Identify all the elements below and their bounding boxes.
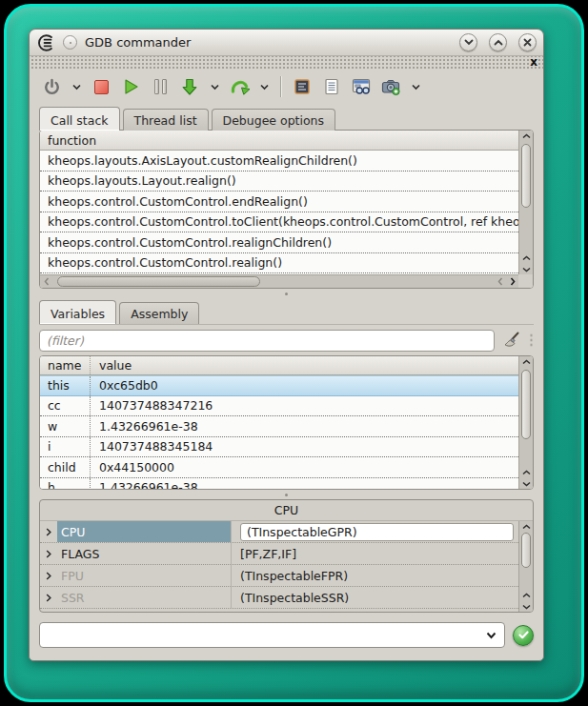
- run-button[interactable]: [120, 76, 141, 97]
- column-header-value[interactable]: value: [90, 356, 518, 374]
- scrollbar-track[interactable]: [53, 275, 495, 288]
- scroll-up-button[interactable]: [519, 131, 533, 142]
- variables-header-row[interactable]: name value: [40, 356, 518, 375]
- power-icon: [43, 78, 61, 96]
- stop-button[interactable]: [91, 76, 112, 97]
- scroll-up-button[interactable]: [519, 467, 533, 478]
- tab-debugee-options[interactable]: Debugee options: [212, 109, 336, 131]
- scrollbar-track[interactable]: [519, 368, 533, 467]
- tab-variables[interactable]: Variables: [39, 300, 116, 324]
- step-over-dropdown-button[interactable]: [258, 76, 270, 97]
- scroll-down-button[interactable]: [519, 601, 533, 612]
- clear-filter-button[interactable]: [500, 329, 523, 352]
- scroll-left-button[interactable]: [40, 275, 53, 288]
- chevron-down-icon: [72, 84, 81, 91]
- snapshot-button[interactable]: [380, 76, 401, 97]
- callstack-frame-row[interactable]: kheops.layouts.Layout.realign(): [40, 171, 518, 192]
- window-menu-button[interactable]: [63, 35, 77, 50]
- pause-button[interactable]: [150, 76, 171, 97]
- register-name[interactable]: CPU: [57, 521, 231, 542]
- scrollbar-thumb[interactable]: [521, 144, 531, 208]
- expand-button[interactable]: [40, 543, 57, 564]
- callstack-horizontal-scrollbar[interactable]: [40, 274, 518, 288]
- callstack-column-header[interactable]: function: [40, 131, 518, 151]
- chevron-up-icon: [522, 133, 531, 139]
- chevron-down-icon: [486, 632, 497, 639]
- variable-row[interactable]: h 1.43266961e-38: [40, 478, 518, 490]
- scroll-left-button[interactable]: [495, 275, 506, 288]
- variable-value: 140737488345184: [90, 437, 518, 457]
- power-button[interactable]: [41, 76, 62, 97]
- scroll-up-button[interactable]: [519, 252, 533, 264]
- variable-row[interactable]: i 140737488345184: [40, 437, 518, 458]
- register-value-field[interactable]: (TInspectableGPR): [240, 523, 514, 541]
- cpu-row[interactable]: SSR (TInspectableSSR): [40, 587, 518, 609]
- gdb-command-bar: [39, 622, 534, 648]
- chevron-right-icon: [46, 550, 51, 558]
- register-value[interactable]: [PF,ZF,IF]: [231, 543, 518, 564]
- expand-button[interactable]: [40, 521, 57, 542]
- minimize-button[interactable]: [459, 33, 477, 51]
- register-value[interactable]: (TInspectableFPR): [231, 565, 518, 586]
- scroll-down-button[interactable]: [519, 264, 533, 274]
- callstack-frame-row[interactable]: kheops.control.CustomControl.realign(): [40, 253, 518, 274]
- dock-drag-handle[interactable]: x: [30, 56, 543, 69]
- scrollbar-track[interactable]: [519, 533, 533, 590]
- command-combobox[interactable]: [39, 622, 505, 648]
- power-dropdown-button[interactable]: [71, 76, 82, 97]
- watch-button[interactable]: [351, 76, 372, 97]
- scroll-right-button[interactable]: [506, 275, 518, 288]
- send-command-button[interactable]: [513, 625, 534, 646]
- scrollbar-thumb[interactable]: [57, 276, 260, 287]
- panel-grip[interactable]: [529, 333, 534, 348]
- variable-row[interactable]: cc 140737488347216: [40, 396, 518, 417]
- window-title: GDB commander: [85, 35, 191, 50]
- step-into-button[interactable]: [179, 76, 200, 97]
- step-over-button[interactable]: [229, 76, 250, 97]
- dock-close-button[interactable]: x: [530, 55, 537, 69]
- cpu-vertical-scrollbar[interactable]: [518, 521, 533, 612]
- scrollbar-thumb[interactable]: [521, 370, 531, 439]
- register-name[interactable]: SSR: [57, 587, 231, 608]
- callstack-frame-row[interactable]: kheops.layouts.AxisLayout.customRealignC…: [40, 151, 518, 171]
- debug-toolbar: [30, 69, 543, 105]
- stop-icon: [94, 80, 109, 94]
- scroll-up-button[interactable]: [519, 356, 533, 368]
- column-header-name[interactable]: name: [40, 358, 90, 373]
- variable-name: h: [40, 480, 90, 489]
- scroll-up-button[interactable]: [519, 521, 533, 533]
- scrollbar-track[interactable]: [519, 142, 533, 252]
- tab-assembly[interactable]: Assembly: [119, 302, 199, 324]
- variables-vertical-scrollbar[interactable]: [518, 356, 533, 489]
- register-name[interactable]: FPU: [57, 565, 231, 586]
- step-into-dropdown-button[interactable]: [209, 76, 220, 97]
- callstack-vertical-scrollbar[interactable]: [518, 131, 533, 274]
- callstack-frame-row[interactable]: kheops.control.CustomControl.toClient(kh…: [40, 212, 518, 233]
- expand-button[interactable]: [40, 587, 57, 608]
- list-view-button[interactable]: [321, 76, 342, 97]
- cpu-row[interactable]: FPU (TInspectableFPR): [40, 565, 518, 587]
- callstack-frame-row[interactable]: kheops.control.CustomControl.endRealign(…: [40, 192, 518, 212]
- horizontal-splitter[interactable]: [30, 490, 543, 499]
- variable-row[interactable]: w 1.43266961e-38: [40, 416, 518, 437]
- variable-row[interactable]: this 0xc65db0: [40, 375, 518, 396]
- expand-button[interactable]: [40, 565, 57, 586]
- close-button[interactable]: [518, 33, 537, 51]
- filter-input[interactable]: [39, 330, 495, 352]
- snapshot-dropdown-button[interactable]: [410, 76, 421, 97]
- scrollbar-thumb[interactable]: [521, 533, 531, 568]
- tab-thread-list[interactable]: Thread list: [123, 109, 209, 131]
- tab-call-stack[interactable]: Call stack: [39, 107, 120, 131]
- maximize-button[interactable]: [489, 33, 507, 51]
- register-name[interactable]: FLAGS: [57, 543, 231, 564]
- horizontal-splitter[interactable]: [30, 289, 543, 298]
- callstack-frame-row[interactable]: kheops.control.CustomControl.realignChil…: [40, 232, 518, 253]
- cpu-view-button[interactable]: [292, 76, 313, 97]
- cpu-row[interactable]: FLAGS [PF,ZF,IF]: [40, 543, 518, 565]
- scroll-up-button[interactable]: [519, 590, 533, 601]
- cpu-row[interactable]: CPU (TInspectableGPR): [40, 521, 518, 543]
- variable-row[interactable]: child 0x44150000: [40, 457, 518, 478]
- cpu-grid: CPU (TInspectableGPR) FLAGS [PF,ZF,IF]: [40, 520, 533, 612]
- register-value[interactable]: (TInspectableSSR): [231, 587, 518, 608]
- scroll-down-button[interactable]: [519, 478, 533, 489]
